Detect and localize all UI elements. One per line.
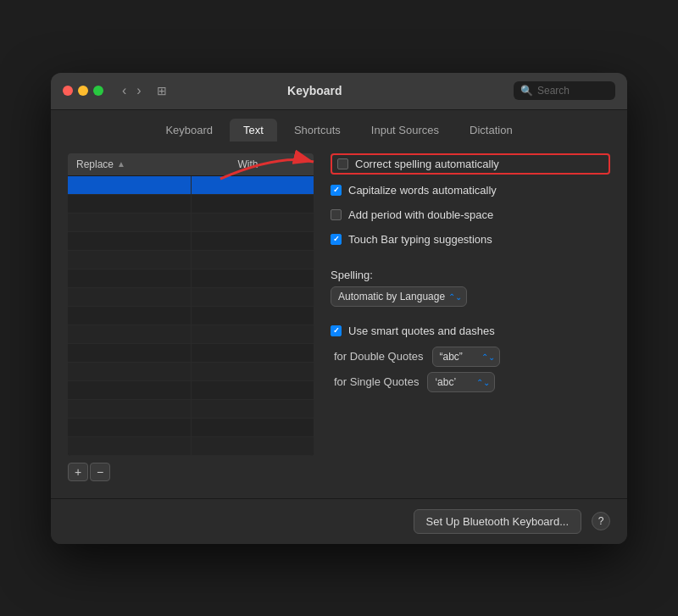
table-row[interactable] (68, 269, 314, 288)
table-cell-replace (68, 251, 192, 269)
bottom-bar: Set Up Bluetooth Keyboard... ? (51, 498, 627, 544)
tab-text[interactable]: Text (230, 119, 277, 142)
double-quotes-label: for Double Quotes (334, 350, 424, 363)
table-cell-with (192, 232, 314, 250)
touch-bar-row: Touch Bar typing suggestions (331, 230, 610, 248)
table-cell-with (192, 269, 314, 287)
arrow-annotation-container: Correct spelling automatically (331, 153, 610, 175)
table-actions: + − (68, 463, 314, 481)
tabs-bar: Keyboard Text Shortcuts Input Sources Di… (51, 110, 627, 142)
spelling-section: Spelling: Automatic by Language (331, 264, 610, 307)
table-row[interactable] (68, 232, 314, 251)
search-box: 🔍 (514, 81, 615, 100)
table-cell-replace (68, 437, 192, 455)
table-cell-replace (68, 288, 192, 306)
table-row[interactable] (68, 195, 314, 214)
tab-shortcuts[interactable]: Shortcuts (281, 119, 354, 142)
table-cell-with (192, 381, 314, 399)
table-row[interactable] (68, 214, 314, 232)
correct-spelling-checkbox[interactable] (337, 158, 348, 169)
table-cell-replace (68, 195, 192, 213)
capitalize-words-row: Capitalize words automatically (331, 181, 610, 199)
sort-arrow-icon: ▲ (117, 159, 125, 169)
col-with-header: With (191, 158, 305, 170)
table-header: Replace ▲ With (68, 153, 314, 176)
table-row[interactable] (68, 400, 314, 419)
touch-bar-label: Touch Bar typing suggestions (348, 233, 492, 246)
table-cell-with (192, 251, 314, 269)
table-cell-with (192, 307, 314, 325)
table-cell-with (192, 288, 314, 306)
table-row[interactable] (68, 419, 314, 437)
table-cell-replace (68, 214, 192, 231)
table-row[interactable] (68, 176, 314, 195)
table-cell-replace (68, 363, 192, 380)
table-cell-replace (68, 400, 192, 418)
table-cell-replace (68, 419, 192, 436)
bluetooth-keyboard-button[interactable]: Set Up Bluetooth Keyboard... (414, 509, 581, 534)
smart-quotes-label: Use smart quotes and dashes (348, 325, 495, 337)
table-row[interactable] (68, 381, 314, 400)
traffic-lights (63, 86, 103, 96)
table-row[interactable] (68, 288, 314, 307)
double-quotes-dropdown-wrapper: “abc” (432, 347, 500, 367)
table-row[interactable] (68, 307, 314, 325)
capitalize-words-label: Capitalize words automatically (348, 184, 497, 197)
correct-spelling-label: Correct spelling automatically (355, 158, 499, 170)
table-cell-with (192, 195, 314, 213)
single-quotes-label: for Single Quotes (334, 375, 419, 388)
table-cell-replace (68, 176, 192, 194)
add-period-checkbox[interactable] (331, 209, 342, 220)
titlebar: ‹ › ⊞ Keyboard 🔍 (51, 73, 627, 110)
touch-bar-checkbox[interactable] (331, 234, 342, 245)
col-replace-header: Replace ▲ (76, 158, 191, 170)
smart-quotes-row: Use smart quotes and dashes (331, 322, 610, 340)
spelling-label: Spelling: (331, 269, 610, 281)
add-row-button[interactable]: + (68, 463, 88, 481)
double-quotes-dropdown[interactable]: “abc” (432, 347, 500, 367)
single-quotes-dropdown[interactable]: ‘abc’ (427, 372, 495, 392)
close-button[interactable] (63, 86, 73, 96)
window-title: Keyboard (125, 84, 505, 97)
smart-quotes-checkbox[interactable] (331, 325, 342, 336)
tab-dictation[interactable]: Dictation (456, 119, 526, 142)
table-row[interactable] (68, 363, 314, 381)
table-cell-with (192, 419, 314, 436)
help-button[interactable]: ? (592, 512, 610, 530)
right-panel: Correct spelling automatically Capitaliz… (331, 153, 610, 481)
content-area: Replace ▲ With (51, 142, 627, 498)
minimize-button[interactable] (78, 86, 88, 96)
table-row[interactable] (68, 437, 314, 456)
table-row[interactable] (68, 251, 314, 269)
double-quotes-row: for Double Quotes “abc” (334, 347, 610, 367)
spelling-dropdown-row: Automatic by Language (331, 286, 610, 307)
tab-input-sources[interactable]: Input Sources (358, 119, 453, 142)
capitalize-words-checkbox[interactable] (331, 185, 342, 196)
table-cell-replace (68, 344, 192, 362)
maximize-button[interactable] (93, 86, 103, 96)
table-body (68, 176, 314, 456)
remove-row-button[interactable]: − (90, 463, 110, 481)
keyboard-preferences-window: ‹ › ⊞ Keyboard 🔍 Keyboard Text Shortcuts… (51, 73, 627, 544)
table-cell-replace (68, 307, 192, 325)
table-cell-with (192, 344, 314, 362)
table-cell-with (192, 214, 314, 231)
table-cell-replace (68, 232, 192, 250)
search-input[interactable] (537, 85, 605, 97)
table-cell-with (192, 400, 314, 418)
search-icon: 🔍 (520, 85, 533, 97)
spelling-dropdown-wrapper: Automatic by Language (331, 286, 467, 307)
table-cell-with (192, 437, 314, 455)
spelling-dropdown[interactable]: Automatic by Language (331, 286, 467, 307)
correct-spelling-row: Correct spelling automatically (331, 153, 610, 175)
single-quotes-row: for Single Quotes ‘abc’ (334, 372, 610, 392)
table-cell-replace (68, 325, 192, 343)
table-cell-replace (68, 381, 192, 399)
table-row[interactable] (68, 344, 314, 363)
smart-quotes-section: Use smart quotes and dashes for Double Q… (331, 322, 610, 392)
left-panel: Replace ▲ With (68, 153, 314, 481)
add-period-label: Add period with double-space (348, 208, 493, 221)
single-quotes-dropdown-wrapper: ‘abc’ (427, 372, 495, 392)
table-row[interactable] (68, 325, 314, 344)
tab-keyboard[interactable]: Keyboard (152, 119, 226, 142)
